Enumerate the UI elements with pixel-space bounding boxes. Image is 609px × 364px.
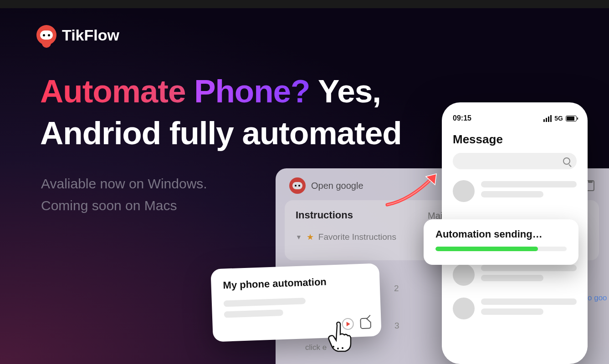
progress-bar: [435, 247, 567, 251]
card-title: My phone automation: [223, 274, 368, 291]
curved-arrow-icon: [383, 168, 446, 209]
search-pill[interactable]: [453, 153, 577, 169]
battery-icon: [566, 116, 577, 121]
signal-bars-icon: [543, 115, 552, 122]
app-logo-icon: [289, 177, 306, 194]
message-item[interactable]: [453, 264, 577, 286]
avatar: [453, 264, 475, 286]
phone-screen-title: Message: [453, 132, 577, 147]
svg-point-1: [337, 348, 339, 349]
phone-status-bar: 09:15 5G: [453, 114, 577, 122]
message-item[interactable]: [453, 298, 577, 319]
headline-automate: Automate: [40, 73, 185, 109]
link-fragment: o goo: [588, 293, 607, 303]
window-top-bar: [0, 0, 609, 8]
avatar: [453, 180, 475, 202]
headline-yes: Yes,: [318, 73, 381, 109]
subhead-line1: Avaliable now on Windows.: [41, 173, 207, 195]
hero-headline: Automate Phone? Yes, Andriod fully autom…: [40, 71, 402, 155]
message-item[interactable]: [453, 180, 577, 202]
hero-subhead: Avaliable now on Windows. Coming soon on…: [41, 173, 207, 217]
caret-down-icon: ▼: [296, 233, 302, 241]
avatar: [453, 298, 475, 319]
phone-time: 09:15: [453, 114, 471, 122]
search-icon: [563, 157, 570, 165]
app-header-text: Open google: [311, 181, 363, 191]
brand-logo-area: TikFlow: [36, 25, 119, 45]
edit-icon[interactable]: [360, 318, 371, 329]
subhead-line2: Coming soon on Macs: [41, 195, 207, 217]
my-phone-automation-card[interactable]: My phone automation: [210, 263, 381, 342]
skeleton-line: [224, 298, 306, 307]
svg-point-2: [342, 347, 343, 349]
star-icon: ★: [307, 232, 314, 242]
popup-title: Automation sending…: [435, 228, 567, 240]
step-number-2: 2: [394, 283, 399, 293]
brand-logo-icon: [36, 25, 56, 45]
pointer-hand-icon: [323, 318, 355, 355]
progress-fill: [435, 247, 538, 251]
network-label: 5G: [554, 115, 563, 122]
favorite-label: Favorite Instructions: [318, 232, 396, 242]
step-number-3: 3: [394, 321, 399, 331]
headline-phone: Phone?: [194, 73, 310, 109]
headline-line2: Andriod fully automated: [40, 115, 402, 151]
skeleton-line: [224, 309, 283, 318]
svg-point-0: [333, 346, 334, 348]
brand-name: TikFlow: [62, 26, 119, 44]
automation-sending-popup: Automation sending…: [424, 219, 578, 265]
